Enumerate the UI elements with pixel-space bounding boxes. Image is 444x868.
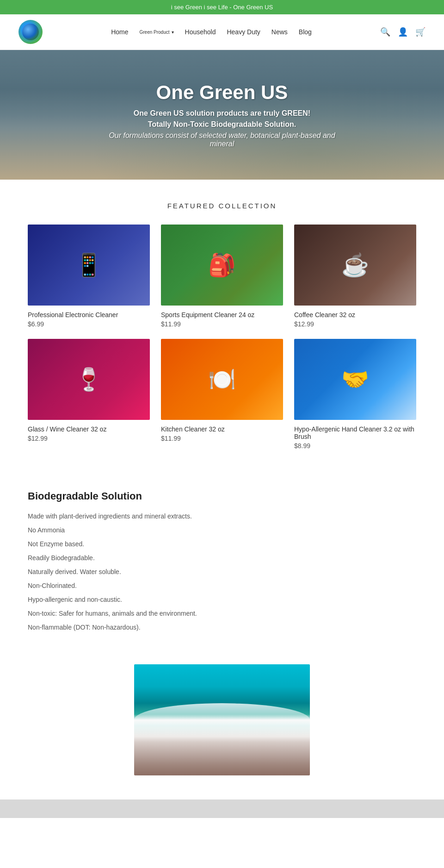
logo-inner: [22, 24, 39, 40]
product-image: [28, 339, 150, 420]
hero-section: One Green US One Green US solution produ…: [0, 50, 444, 180]
product-price: $11.99: [161, 435, 283, 442]
product-card[interactable]: Professional Electronic Cleaner $6.99: [28, 225, 150, 328]
search-button[interactable]: 🔍: [380, 27, 390, 37]
product-card[interactable]: Sports Equipment Cleaner 24 oz $11.99: [161, 225, 283, 328]
product-name: Hypo-Allergenic Hand Cleaner 3.2 oz with…: [294, 425, 416, 440]
bio-point: Naturally derived. Water soluble.: [28, 565, 416, 578]
main-nav: Home Green Product ▾ Household Heavy Dut…: [111, 28, 312, 36]
nav-blog[interactable]: Blog: [299, 28, 312, 36]
hero-title: One Green US: [106, 81, 338, 104]
nav-news[interactable]: News: [271, 28, 288, 36]
product-name: Glass / Wine Cleaner 32 oz: [28, 425, 150, 433]
product-price: $8.99: [294, 442, 416, 450]
product-grid: Professional Electronic Cleaner $6.99 Sp…: [28, 225, 416, 450]
bio-point: Made with plant-derived ingredients and …: [28, 510, 416, 523]
product-price: $11.99: [161, 320, 283, 328]
footer: [0, 799, 444, 818]
product-name: Professional Electronic Cleaner: [28, 311, 150, 318]
nav-household[interactable]: Household: [185, 28, 216, 36]
bio-section: Biodegradable Solution Made with plant-d…: [0, 472, 444, 653]
cart-button[interactable]: 🛒: [415, 27, 426, 37]
logo-area[interactable]: [18, 20, 43, 44]
product-price: $12.99: [28, 435, 150, 442]
bio-point: Non-toxic: Safer for humans, animals and…: [28, 607, 416, 620]
product-price: $12.99: [294, 320, 416, 328]
product-name: Coffee Cleaner 32 oz: [294, 311, 416, 318]
product-image: [28, 225, 150, 306]
product-image: [161, 225, 283, 306]
bio-point: Readily Biodegradable.: [28, 551, 416, 564]
banner-text: i see Green i see Life - One Green US: [171, 4, 273, 11]
bio-point: No Ammonia: [28, 524, 416, 537]
hero-line1: One Green US solution products are truly…: [106, 109, 338, 118]
bio-title: Biodegradable Solution: [28, 490, 416, 502]
nav-green-product[interactable]: Green Product ▾: [139, 30, 173, 35]
hero-line2: Totally Non-Toxic Biodegradable Solution…: [106, 120, 338, 129]
bio-list: Made with plant-derived ingredients and …: [28, 510, 416, 634]
top-banner: i see Green i see Life - One Green US: [0, 0, 444, 14]
bio-point: Hypo-allergenic and non-caustic.: [28, 593, 416, 606]
beach-image: [134, 664, 310, 775]
product-card[interactable]: Kitchen Cleaner 32 oz $11.99: [161, 339, 283, 450]
product-card[interactable]: Glass / Wine Cleaner 32 oz $12.99: [28, 339, 150, 450]
product-image: [294, 225, 416, 306]
logo-icon: [18, 20, 43, 44]
product-image: [294, 339, 416, 420]
header: Home Green Product ▾ Household Heavy Dut…: [0, 14, 444, 50]
product-name: Sports Equipment Cleaner 24 oz: [161, 311, 283, 318]
bio-point: Non-flammable (DOT: Non-hazardous).: [28, 621, 416, 634]
dropdown-arrow-icon: ▾: [172, 30, 174, 35]
featured-section: FEATURED COLLECTION Professional Electro…: [0, 180, 444, 472]
header-icons: 🔍 👤 🛒: [380, 27, 426, 37]
nav-heavy-duty[interactable]: Heavy Duty: [227, 28, 260, 36]
product-price: $6.99: [28, 320, 150, 328]
featured-title: FEATURED COLLECTION: [28, 202, 416, 210]
bio-point: Non-Chlorinated.: [28, 579, 416, 592]
product-name: Kitchen Cleaner 32 oz: [161, 425, 283, 433]
bio-point: Not Enzyme based.: [28, 537, 416, 550]
hero-line3: Our formulations consist of selected wat…: [106, 131, 338, 148]
product-image: [161, 339, 283, 420]
hero-content: One Green US One Green US solution produ…: [97, 72, 347, 157]
login-button[interactable]: 👤: [398, 27, 408, 37]
product-card[interactable]: Coffee Cleaner 32 oz $12.99: [294, 225, 416, 328]
nav-home[interactable]: Home: [111, 28, 128, 36]
beach-container: [0, 653, 444, 799]
product-card[interactable]: Hypo-Allergenic Hand Cleaner 3.2 oz with…: [294, 339, 416, 450]
